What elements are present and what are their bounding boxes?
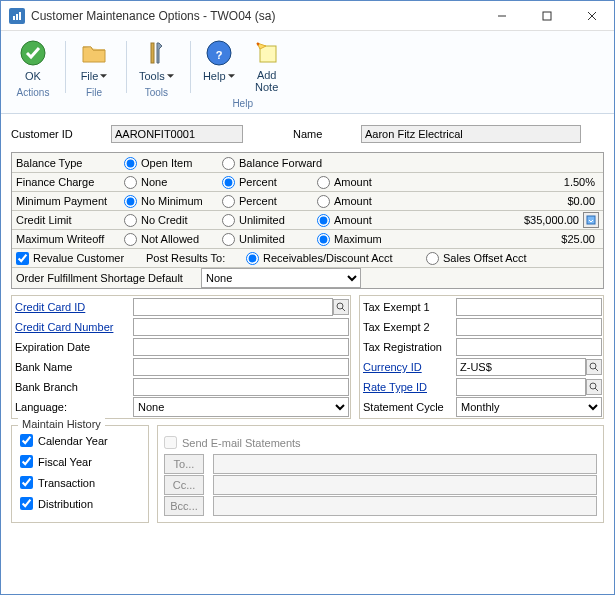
stmt-cycle-label: Statement Cycle (361, 401, 456, 413)
exp-date-field[interactable] (133, 338, 349, 356)
post-recv-radio[interactable]: Receivables/Discount Acct (246, 252, 426, 265)
fc-none-radio[interactable]: None (124, 176, 222, 189)
email-bcc-field (213, 496, 597, 516)
tax2-label: Tax Exempt 2 (361, 321, 456, 333)
rate-type-link[interactable]: Rate Type ID (361, 381, 456, 393)
cc-id-link[interactable]: Credit Card ID (13, 301, 133, 313)
email-to-field (213, 454, 597, 474)
tax1-field[interactable] (456, 298, 602, 316)
folder-icon (78, 37, 110, 69)
revalue-customer-check[interactable]: Revalue Customer (16, 252, 146, 265)
app-icon (9, 8, 25, 24)
minimize-button[interactable] (479, 1, 524, 31)
mw-value: $25.00 (407, 233, 599, 245)
fc-amount-radio[interactable]: Amount (317, 176, 407, 189)
post-sales-radio[interactable]: Sales Offset Acct (426, 252, 527, 265)
finance-charge-label: Finance Charge (16, 176, 124, 188)
customer-id-label: Customer ID (11, 128, 111, 140)
tax2-field[interactable] (456, 318, 602, 336)
bank-name-label: Bank Name (13, 361, 133, 373)
cc-id-lookup-button[interactable] (333, 299, 349, 315)
post-results-label: Post Results To: (146, 252, 246, 264)
mp-percent-radio[interactable]: Percent (222, 195, 317, 208)
mw-notallowed-radio[interactable]: Not Allowed (124, 233, 222, 246)
cc-num-link[interactable]: Credit Card Number (13, 321, 133, 333)
name-label: Name (293, 128, 361, 140)
fc-percent-radio[interactable]: Percent (222, 176, 317, 189)
mw-unlimited-radio[interactable]: Unlimited (222, 233, 317, 246)
ok-icon (17, 37, 49, 69)
max-writeoff-label: Maximum Writeoff (16, 233, 124, 245)
mp-amount-radio[interactable]: Amount (317, 195, 407, 208)
svg-rect-1 (16, 14, 18, 20)
order-shortage-select[interactable]: None (201, 268, 361, 288)
currency-lookup-button[interactable] (586, 359, 602, 375)
taxreg-field[interactable] (456, 338, 602, 356)
taxreg-label: Tax Registration (361, 341, 456, 353)
file-button[interactable]: File (70, 35, 118, 84)
close-button[interactable] (569, 1, 614, 31)
group-tools-label: Tools (131, 84, 182, 102)
rate-type-field[interactable] (456, 378, 586, 396)
note-icon (251, 37, 283, 69)
svg-rect-2 (19, 12, 21, 20)
mp-value: $0.00 (407, 195, 599, 207)
history-dist-check[interactable]: Distribution (20, 493, 140, 514)
bank-branch-label: Bank Branch (13, 381, 133, 393)
email-cc-field (213, 475, 597, 495)
min-payment-label: Minimum Payment (16, 195, 124, 207)
cc-id-field[interactable] (133, 298, 333, 316)
rate-lookup-button[interactable] (586, 379, 602, 395)
add-note-button[interactable]: Add Note (243, 35, 291, 95)
cl-nocredit-radio[interactable]: No Credit (124, 214, 222, 227)
order-shortage-label: Order Fulfillment Shortage Default (16, 272, 201, 284)
name-field (361, 125, 581, 143)
send-email-check[interactable]: Send E-mail Statements (164, 432, 597, 453)
email-bcc-button: Bcc... (164, 496, 204, 516)
svg-rect-12 (587, 216, 595, 224)
cc-num-field[interactable] (133, 318, 349, 336)
email-to-button: To... (164, 454, 204, 474)
bank-name-field[interactable] (133, 358, 349, 376)
ok-button[interactable]: OK (9, 35, 57, 84)
group-actions-label: Actions (9, 84, 57, 102)
svg-rect-8 (151, 43, 154, 63)
language-select[interactable]: None (133, 397, 349, 417)
svg-rect-11 (260, 46, 276, 62)
language-label: Language: (13, 401, 133, 413)
balance-open-item-radio[interactable]: Open Item (124, 157, 222, 170)
svg-text:?: ? (215, 49, 222, 61)
help-icon: ? (203, 37, 235, 69)
cl-unlimited-radio[interactable]: Unlimited (222, 214, 317, 227)
help-button[interactable]: ? Help (195, 35, 243, 95)
tools-icon (140, 37, 172, 69)
history-cal-check[interactable]: Calendar Year (20, 430, 140, 451)
svg-rect-0 (13, 16, 15, 20)
group-help-label: Help (195, 95, 291, 113)
email-cc-button: Cc... (164, 475, 204, 495)
history-trans-check[interactable]: Transaction (20, 472, 140, 493)
window-title: Customer Maintenance Options - TWO04 (sa… (31, 9, 479, 23)
customer-id-field (111, 125, 243, 143)
svg-line-14 (342, 308, 345, 311)
currency-id-link[interactable]: Currency ID (361, 361, 456, 373)
group-file-label: File (70, 84, 118, 102)
stmt-cycle-select[interactable]: Monthly (456, 397, 602, 417)
exp-date-label: Expiration Date (13, 341, 133, 353)
chevron-down-icon (100, 74, 107, 78)
maximize-button[interactable] (524, 1, 569, 31)
cl-amount-radio[interactable]: Amount (317, 214, 407, 227)
credit-limit-expand-button[interactable] (583, 212, 599, 228)
tools-button[interactable]: Tools (131, 35, 182, 84)
currency-id-field[interactable]: Z-US$ (456, 358, 586, 376)
svg-line-16 (595, 368, 598, 371)
history-fiscal-check[interactable]: Fiscal Year (20, 451, 140, 472)
svg-rect-4 (543, 12, 551, 20)
cl-value: $35,000.00 (407, 214, 583, 226)
bank-branch-field[interactable] (133, 378, 349, 396)
fc-value: 1.50% (407, 176, 599, 188)
balance-forward-radio[interactable]: Balance Forward (222, 157, 322, 170)
mp-nomin-radio[interactable]: No Minimum (124, 195, 222, 208)
mw-maximum-radio[interactable]: Maximum (317, 233, 407, 246)
balance-type-label: Balance Type (16, 157, 124, 169)
